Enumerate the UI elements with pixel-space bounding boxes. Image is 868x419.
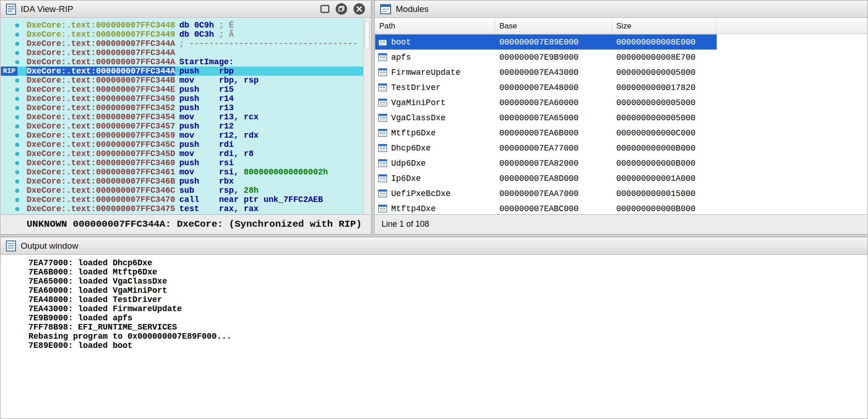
breakpoint-gutter[interactable] [1, 149, 27, 158]
breakpoint-gutter[interactable] [1, 112, 27, 122]
module-path: Mtftp6Dxe [391, 128, 436, 138]
line-marker-dot [15, 179, 19, 184]
disasm-line[interactable]: DxeCore:.text:000000007FFC3457push r12 [1, 122, 363, 131]
disasm-line[interactable]: DxeCore:.text:000000007FFC346Csub rsp, 2… [1, 186, 363, 195]
disassembly-listing[interactable]: DxeCore:.text:000000007FFC3448db 0C9h ; … [1, 18, 363, 214]
line-code: push rbp [179, 67, 234, 76]
breakpoint-gutter[interactable] [1, 30, 27, 39]
module-base: 000000007EA43000 [495, 68, 612, 77]
breakpoint-gutter[interactable] [1, 177, 27, 186]
disasm-line[interactable]: DxeCore:.text:000000007FFC345Cpush rdi [1, 140, 363, 149]
scrollbar-thumb[interactable] [365, 21, 370, 50]
column-header-size[interactable]: Size [612, 18, 717, 34]
breakpoint-gutter[interactable] [1, 94, 27, 103]
ida-view-titlebar[interactable]: IDA View-RIP [0, 0, 371, 18]
module-base: 000000007EA82000 [495, 159, 612, 168]
code-token: call [179, 195, 199, 204]
disasm-line[interactable]: DxeCore:.text:000000007FFC344Bmov rbp, r… [1, 76, 363, 85]
breakpoint-gutter[interactable] [1, 85, 27, 94]
module-row[interactable]: FirmwareUpdate000000007EA430000000000000… [375, 65, 717, 80]
line-code: push rsi [179, 158, 234, 168]
code-token: push [179, 103, 199, 112]
module-path: Ip6Dxe [391, 174, 421, 183]
column-header-base[interactable]: Base [495, 18, 612, 34]
module-size: 0000000000015000 [612, 189, 717, 198]
disasm-line[interactable]: DxeCore:.text:000000007FFC3460push rsi [1, 158, 363, 168]
disasm-line[interactable]: DxeCore:.text:000000007FFC3450push r14 [1, 94, 363, 103]
disasm-line[interactable]: DxeCore:.text:000000007FFC3459mov r12, r… [1, 131, 363, 140]
output-window-icon [6, 240, 16, 251]
ida-view-title: IDA View-RIP [21, 4, 73, 14]
disasm-line[interactable]: DxeCore:.text:000000007FFC346Bpush rbx [1, 177, 363, 186]
module-row[interactable]: Ip6Dxe000000007EA8D000000000000001A000 [375, 171, 717, 186]
module-icon [378, 99, 387, 106]
disasm-line[interactable]: DxeCore:.text:000000007FFC344A; --------… [1, 39, 363, 48]
breakpoint-gutter[interactable] [1, 39, 27, 48]
disasm-line[interactable]: DxeCore:.text:000000007FFC3461mov rsi, 8… [1, 168, 363, 177]
breakpoint-gutter[interactable] [1, 140, 27, 149]
module-row[interactable]: UefiPxeBcDxe000000007EAA7000000000000001… [375, 186, 717, 201]
code-token: r12, rdx [194, 131, 258, 140]
disasm-line[interactable]: DxeCore:.text:000000007FFC3452push r13 [1, 103, 363, 112]
breakpoint-gutter[interactable]: RIP [1, 67, 27, 76]
output-line: 7FF78B98: EFI_RUNTIME_SERVICES [28, 323, 867, 332]
disasm-line[interactable]: RIPDxeCore:.text:000000007FFC344Apush rb… [1, 67, 363, 76]
module-row[interactable]: boot000000007E89E000000000000008E000 [375, 34, 717, 50]
modules-titlebar[interactable]: Modules [375, 0, 868, 18]
disasm-line[interactable]: DxeCore:.text:000000007FFC345Dmov rdi, r… [1, 149, 363, 158]
ida-workspace: IDA View-RIP [0, 0, 868, 419]
disasm-line[interactable]: DxeCore:.text:000000007FFC3448db 0C9h ; … [1, 21, 363, 30]
module-row[interactable]: apfs000000007E9B9000000000000008E700 [375, 50, 717, 65]
module-row[interactable]: Mtftp6Dxe000000007EA6B000000000000000C00… [375, 125, 717, 140]
restore-button[interactable] [335, 3, 348, 15]
line-marker-dot [15, 33, 19, 37]
breakpoint-gutter[interactable] [1, 186, 27, 195]
close-button[interactable] [353, 3, 365, 15]
line-code: mov rdi, r8 [179, 149, 254, 158]
breakpoint-gutter[interactable] [1, 57, 27, 67]
module-path-cell: Dhcp6Dxe [375, 144, 495, 153]
module-size: 000000000001A000 [612, 174, 717, 183]
output-titlebar[interactable]: Output window [0, 237, 868, 255]
disasm-line[interactable]: DxeCore:.text:000000007FFC3454mov r13, r… [1, 112, 363, 122]
breakpoint-gutter[interactable] [1, 21, 27, 30]
column-header-path[interactable]: Path [375, 18, 495, 34]
breakpoint-gutter[interactable] [1, 204, 27, 213]
line-address: DxeCore:.text:000000007FFC346C [27, 186, 175, 195]
breakpoint-gutter[interactable] [1, 158, 27, 168]
code-token: ; Ã [214, 30, 234, 39]
maximize-button[interactable] [320, 5, 330, 13]
disasm-line[interactable]: DxeCore:.text:000000007FFC344Epush r15 [1, 85, 363, 94]
disasm-line[interactable]: DxeCore:.text:000000007FFC344AStartImage… [1, 57, 363, 67]
module-row[interactable]: VgaMiniPort000000007EA600000000000000005… [375, 95, 717, 110]
disasm-line[interactable]: DxeCore:.text:000000007FFC3449db 0C3h ; … [1, 30, 363, 39]
breakpoint-gutter[interactable] [1, 48, 27, 57]
disasm-line[interactable]: DxeCore:.text:000000007FFC3470call near … [1, 195, 363, 204]
disasm-line[interactable]: DxeCore:.text:000000007FFC344A [1, 48, 363, 57]
line-code: push r14 [179, 94, 234, 103]
line-address: DxeCore:.text:000000007FFC344A [27, 67, 175, 76]
ida-view-scrollbar[interactable] [363, 18, 370, 214]
breakpoint-gutter[interactable] [1, 122, 27, 131]
module-row[interactable]: TestDriver000000007EA4800000000000000178… [375, 80, 717, 95]
line-marker-dot [15, 23, 19, 28]
line-marker-dot [15, 161, 19, 165]
breakpoint-gutter[interactable] [1, 103, 27, 112]
disasm-line[interactable]: DxeCore:.text:000000007FFC3475test rax, … [1, 204, 363, 213]
module-row[interactable]: Udp6Dxe000000007EA82000000000000000B000 [375, 156, 717, 171]
line-code: mov r12, rdx [179, 131, 259, 140]
breakpoint-gutter[interactable] [1, 168, 27, 177]
output-line: 7EA77000: loaded Dhcp6Dxe [28, 258, 867, 268]
breakpoint-gutter[interactable] [1, 131, 27, 140]
breakpoint-gutter[interactable] [1, 76, 27, 85]
module-row[interactable]: Dhcp6Dxe000000007EA77000000000000000B000 [375, 140, 717, 156]
code-token: push [179, 140, 199, 149]
line-code: mov rbp, rsp [179, 76, 259, 85]
module-row[interactable]: VgaClassDxe000000007EA650000000000000005… [375, 110, 717, 125]
output-log: 7EA77000: loaded Dhcp6Dxe7EA6B000: loade… [1, 255, 867, 418]
module-row[interactable]: Mtftp4Dxe000000007EABC000000000000000B00… [375, 201, 717, 214]
modules-table[interactable]: boot000000007E89E000000000000008E000apfs… [375, 34, 867, 214]
module-path: boot [391, 38, 411, 47]
module-icon [378, 174, 387, 182]
breakpoint-gutter[interactable] [1, 195, 27, 204]
